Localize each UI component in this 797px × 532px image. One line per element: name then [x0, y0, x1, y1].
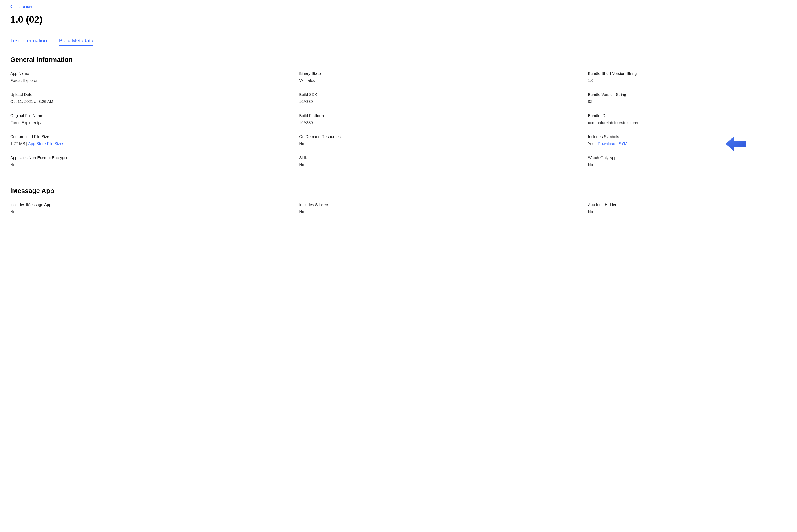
cell-app-name: App Name Forest Explorer: [10, 71, 299, 83]
app-store-file-sizes-link[interactable]: App Store File Sizes: [28, 141, 64, 146]
value: 02: [588, 99, 787, 104]
value: No: [10, 163, 299, 167]
value: No: [299, 163, 588, 167]
value: 1.0: [588, 78, 787, 83]
chevron-left-icon: [10, 5, 13, 10]
cell-includes-stickers: Includes Stickers No: [299, 203, 588, 214]
cell-on-demand-resources: On Demand Resources No: [299, 134, 588, 146]
row: Compressed File Size 1.77 MB | App Store…: [10, 134, 787, 146]
cell-bundle-short-version: Bundle Short Version String 1.0: [588, 71, 787, 83]
value: No: [588, 163, 787, 167]
section-heading-general: General Information: [10, 56, 787, 63]
value: Yes | Download dSYM: [588, 141, 797, 146]
download-dsym-link[interactable]: Download dSYM: [597, 141, 627, 146]
value: No: [299, 210, 588, 214]
cell-bundle-id: Bundle ID com.naturelab.forestexplorer: [588, 113, 787, 125]
cell-compressed-file-size: Compressed File Size 1.77 MB | App Store…: [10, 134, 299, 146]
label: Build SDK: [299, 92, 588, 97]
label: Compressed File Size: [10, 134, 299, 139]
separator: |: [594, 141, 597, 146]
page-title: 1.0 (02): [10, 14, 787, 25]
section-divider: [10, 224, 787, 224]
value: ForestExplorer.ipa: [10, 120, 299, 125]
label: Bundle Version String: [588, 92, 787, 97]
value: com.naturelab.forestexplorer: [588, 120, 787, 125]
label: App Uses Non-Exempt Encryption: [10, 156, 299, 160]
separator: |: [25, 141, 28, 146]
cell-watch-only: Watch-Only App No: [588, 156, 787, 167]
cell-sirikit: SiriKit No: [299, 156, 588, 167]
back-link[interactable]: iOS Builds: [10, 5, 32, 10]
cell-encryption: App Uses Non-Exempt Encryption No: [10, 156, 299, 167]
tab-test-information[interactable]: Test Information: [10, 38, 47, 45]
cell-binary-state: Binary State Validated: [299, 71, 588, 83]
label: App Icon Hidden: [588, 203, 787, 207]
row: Original File Name ForestExplorer.ipa Bu…: [10, 113, 787, 125]
file-size-value: 1.77 MB: [10, 141, 25, 146]
value: 1.77 MB | App Store File Sizes: [10, 141, 299, 146]
cell-build-platform: Build Platform 19A339: [299, 113, 588, 125]
label: Includes Stickers: [299, 203, 588, 207]
label: Binary State: [299, 71, 588, 76]
cell-includes-imessage-app: Includes iMessage App No: [10, 203, 299, 214]
cell-build-sdk: Build SDK 19A339: [299, 92, 588, 104]
label: Original File Name: [10, 113, 299, 118]
label: Upload Date: [10, 92, 299, 97]
label: App Name: [10, 71, 299, 76]
label: Includes Symbols: [588, 134, 797, 139]
label: Bundle Short Version String: [588, 71, 787, 76]
row: App Name Forest Explorer Binary State Va…: [10, 71, 787, 83]
value: 19A339: [299, 99, 588, 104]
value: No: [299, 141, 588, 146]
tabs: Test Information Build Metadata: [10, 38, 787, 45]
value: No: [10, 210, 299, 214]
value: Forest Explorer: [10, 78, 299, 83]
value: No: [588, 210, 787, 214]
includes-symbols-value: Yes: [588, 141, 594, 146]
cell-app-icon-hidden: App Icon Hidden No: [588, 203, 787, 214]
label: Bundle ID: [588, 113, 787, 118]
label: Build Platform: [299, 113, 588, 118]
imessage-grid: Includes iMessage App No Includes Sticke…: [10, 203, 787, 214]
general-grid: App Name Forest Explorer Binary State Va…: [10, 71, 787, 167]
label: SiriKit: [299, 156, 588, 160]
row: Upload Date Oct 11, 2021 at 8:26 AM Buil…: [10, 92, 787, 104]
label: Includes iMessage App: [10, 203, 299, 207]
label: On Demand Resources: [299, 134, 588, 139]
back-link-label: iOS Builds: [14, 5, 32, 10]
label: Watch-Only App: [588, 156, 787, 160]
cell-original-file-name: Original File Name ForestExplorer.ipa: [10, 113, 299, 125]
row: App Uses Non-Exempt Encryption No SiriKi…: [10, 156, 787, 167]
row: Includes iMessage App No Includes Sticke…: [10, 203, 787, 214]
cell-bundle-version-string: Bundle Version String 02: [588, 92, 787, 104]
value: Oct 11, 2021 at 8:26 AM: [10, 99, 299, 104]
section-heading-imessage: iMessage App: [10, 187, 787, 195]
value: 19A339: [299, 120, 588, 125]
tab-build-metadata[interactable]: Build Metadata: [59, 38, 94, 45]
cell-upload-date: Upload Date Oct 11, 2021 at 8:26 AM: [10, 92, 299, 104]
cell-includes-symbols: Includes Symbols Yes | Download dSYM: [588, 134, 797, 146]
value: Validated: [299, 78, 588, 83]
